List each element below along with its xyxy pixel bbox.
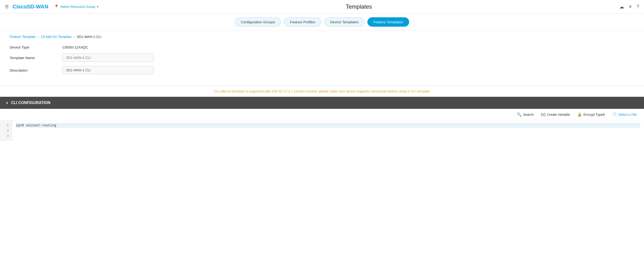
breadcrumb-sep-2: › [74, 34, 75, 39]
cli-section: ∨ CLI CONFIGURATION 🔍 Search (x) Create … [0, 97, 644, 141]
header-actions: ☁ ≡ ? [619, 4, 639, 10]
description-label: Description [10, 68, 58, 72]
form-section: Device Type C8500-12X4QC Template Name D… [0, 43, 644, 83]
location-icon: 📍 [54, 4, 59, 9]
tab-configuration-groups[interactable]: Configuration Groups [235, 17, 281, 27]
info-banner-text: CLI add-on template is supported with IO… [214, 89, 430, 93]
breadcrumb-feature-template[interactable]: Feature Template [10, 35, 36, 39]
help-icon[interactable]: ? [636, 4, 639, 9]
device-type-value: C8500-12X4QC [62, 45, 88, 49]
hamburger-icon[interactable]: ☰ [5, 4, 9, 9]
line-number-3: 3 [3, 133, 9, 138]
resource-group-label: Select Resource Group [60, 5, 95, 9]
cli-toolbar: 🔍 Search (x) Create Variable 🔒 Encrypt T… [0, 109, 644, 120]
breadcrumb-current: SD1-WAN-1-CLI [77, 35, 102, 39]
create-variable-label: Create Variable [547, 113, 570, 116]
create-variable-icon: (x) [541, 112, 546, 117]
code-editor[interactable]: 1 2 3 ipv6 unicast-routing [0, 120, 644, 141]
create-variable-button[interactable]: (x) Create Variable [541, 112, 570, 117]
template-name-row: Template Name [10, 54, 634, 62]
page-title: Templates [98, 3, 620, 10]
line-number-1: 1 [3, 123, 9, 128]
logo-sdwan: SD-WAN [27, 4, 48, 10]
info-banner: CLI add-on template is supported with IO… [0, 86, 644, 97]
search-button[interactable]: 🔍 Search [517, 112, 534, 117]
cli-chevron-icon: ∨ [6, 101, 8, 105]
description-row: Description [10, 66, 634, 74]
tab-feature-profiles[interactable]: Feature Profiles [284, 17, 321, 27]
encrypt-label: Encrypt Type6 [584, 113, 605, 116]
code-line-1: ipv6 unicast-routing [16, 123, 640, 128]
description-input[interactable] [62, 66, 154, 74]
breadcrumb: Feature Template › Cli Add-On Template ›… [0, 31, 644, 43]
file-icon: 📄 [612, 112, 617, 117]
select-file-button[interactable]: 📄 Select a File [612, 112, 637, 117]
search-label: Search [523, 113, 534, 116]
cloud-icon[interactable]: ☁ [619, 4, 624, 10]
cli-header[interactable]: ∨ CLI CONFIGURATION [0, 97, 644, 109]
resource-group-dropdown-icon: ▾ [97, 5, 98, 9]
select-file-label: Select a File [618, 113, 637, 116]
template-name-label: Template Name [10, 56, 58, 60]
encrypt-button[interactable]: 🔒 Encrypt Type6 [577, 112, 605, 117]
code-content[interactable]: ipv6 unicast-routing [12, 120, 644, 141]
template-name-input[interactable] [62, 54, 154, 62]
cli-header-label: CLI CONFIGURATION [11, 101, 50, 105]
main-menu-icon[interactable]: ≡ [629, 4, 632, 9]
cli-body: 🔍 Search (x) Create Variable 🔒 Encrypt T… [0, 109, 644, 141]
breadcrumb-cli-addon[interactable]: Cli Add-On Template [41, 35, 72, 39]
search-icon: 🔍 [517, 112, 522, 117]
tab-device-templates[interactable]: Device Templates [324, 17, 364, 27]
line-number-2: 2 [3, 128, 9, 133]
top-header: ☰ Cisco SD-WAN 📍 Select Resource Group ▾… [0, 0, 644, 14]
logo: Cisco SD-WAN [12, 4, 48, 10]
breadcrumb-sep-1: › [38, 34, 39, 39]
logo-cisco: Cisco [12, 4, 27, 10]
lock-icon: 🔒 [577, 112, 582, 117]
device-type-label: Device Type [10, 45, 58, 49]
line-numbers: 1 2 3 [0, 120, 12, 141]
resource-group-selector[interactable]: 📍 Select Resource Group ▾ [54, 4, 98, 9]
nav-tabs: Configuration Groups Feature Profiles De… [0, 14, 644, 31]
tab-feature-templates[interactable]: Feature Templates [368, 17, 409, 27]
device-type-row: Device Type C8500-12X4QC [10, 45, 634, 49]
